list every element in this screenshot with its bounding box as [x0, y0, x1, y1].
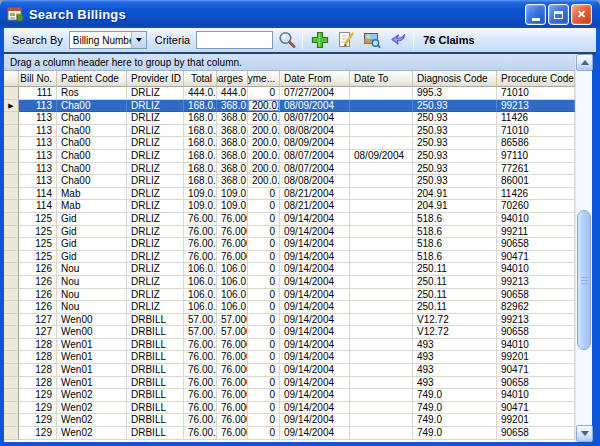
vertical-scrollbar[interactable]: [575, 54, 592, 442]
cell-payments[interactable]: 0: [248, 226, 280, 239]
cell-provider-id[interactable]: DRLIZ: [127, 200, 184, 213]
cell-provider-id[interactable]: DRBILL: [127, 427, 184, 440]
cell-procedure-code[interactable]: 94010: [497, 339, 575, 352]
cell-provider-id[interactable]: DRLIZ: [127, 213, 184, 226]
cell-patient-code[interactable]: Cha00: [57, 163, 127, 176]
cell-date-from[interactable]: 09/14/2004: [280, 377, 350, 390]
cell-charges[interactable]: 57.0000: [217, 314, 248, 327]
cell-date-from[interactable]: 09/14/2004: [280, 364, 350, 377]
cell-bill-no[interactable]: 125: [19, 213, 57, 226]
cell-date-from[interactable]: 07/27/2004: [280, 87, 350, 100]
row-selector[interactable]: [4, 326, 19, 339]
cell-patient-code[interactable]: Wen01: [57, 339, 127, 352]
table-row[interactable]: 128Wen01DRBILL76.00...76.0000009/14/2004…: [4, 364, 575, 377]
cell-diagnosis-code[interactable]: 204.91: [413, 200, 497, 213]
cell-procedure-code[interactable]: 90658: [497, 289, 575, 302]
cell-bill-no[interactable]: 129: [19, 402, 57, 415]
table-row[interactable]: 129Wen02DRBILL76.00...76.0000009/14/2004…: [4, 427, 575, 440]
cell-date-to[interactable]: [350, 125, 413, 138]
cell-date-to[interactable]: [350, 200, 413, 213]
cell-bill-no[interactable]: 128: [19, 364, 57, 377]
cell-total[interactable]: 57.00...: [184, 326, 217, 339]
cell-payments[interactable]: 200.0...: [248, 175, 280, 188]
table-row[interactable]: 125GidDRLIZ76.00...76.0000009/14/2004518…: [4, 251, 575, 264]
cell-bill-no[interactable]: 114: [19, 200, 57, 213]
cell-charges[interactable]: 76.0000: [217, 377, 248, 390]
cell-total[interactable]: 444.0...: [184, 87, 217, 100]
cell-date-to[interactable]: [350, 289, 413, 302]
cell-payments[interactable]: 200.0...: [248, 150, 280, 163]
row-selector[interactable]: [4, 427, 19, 440]
cell-charges[interactable]: 368.0...: [217, 163, 248, 176]
table-row[interactable]: 113Cha00DRLIZ168.0...368.0...200.0...08/…: [4, 175, 575, 188]
column-header-total[interactable]: Total: [184, 71, 217, 87]
cell-charges[interactable]: 76.0000: [217, 402, 248, 415]
cell-provider-id[interactable]: DRLIZ: [127, 238, 184, 251]
cell-charges[interactable]: 76.0000: [217, 427, 248, 440]
cell-procedure-code[interactable]: 90658: [497, 377, 575, 390]
cell-procedure-code[interactable]: 90471: [497, 251, 575, 264]
cell-total[interactable]: 106.0...: [184, 276, 217, 289]
cell-total[interactable]: 76.00...: [184, 414, 217, 427]
row-selector[interactable]: [4, 213, 19, 226]
cell-provider-id[interactable]: DRBILL: [127, 414, 184, 427]
cell-payments[interactable]: 0: [248, 314, 280, 327]
cell-total[interactable]: 76.00...: [184, 213, 217, 226]
cell-patient-code[interactable]: Wen02: [57, 402, 127, 415]
column-header-diagnosis-code[interactable]: Diagnosis Code: [413, 71, 497, 87]
cell-provider-id[interactable]: DRLIZ: [127, 226, 184, 239]
cell-date-from[interactable]: 08/07/2004: [280, 163, 350, 176]
cell-charges[interactable]: 76.0000: [217, 364, 248, 377]
table-row[interactable]: 126NouDRLIZ106.0...106.0...009/14/200425…: [4, 301, 575, 314]
cell-provider-id[interactable]: DRLIZ: [127, 175, 184, 188]
table-row[interactable]: 128Wen01DRBILL76.00...76.0000009/14/2004…: [4, 377, 575, 390]
table-row[interactable]: 125GidDRLIZ76.00...76.0000009/14/2004518…: [4, 226, 575, 239]
column-header-bill-no[interactable]: Bill No.: [19, 71, 57, 87]
cell-date-from[interactable]: 08/21/2004: [280, 200, 350, 213]
row-selector[interactable]: [4, 301, 19, 314]
cell-procedure-code[interactable]: 71010: [497, 87, 575, 100]
row-selector[interactable]: [4, 112, 19, 125]
cell-provider-id[interactable]: DRLIZ: [127, 289, 184, 302]
cell-provider-id[interactable]: DRLIZ: [127, 125, 184, 138]
cell-date-to[interactable]: [350, 137, 413, 150]
cell-bill-no[interactable]: 125: [19, 238, 57, 251]
cell-bill-no[interactable]: 125: [19, 251, 57, 264]
cell-charges[interactable]: 76.0000: [217, 226, 248, 239]
table-row[interactable]: 125GidDRLIZ76.00...76.0000009/14/2004518…: [4, 213, 575, 226]
cell-bill-no[interactable]: 111: [19, 87, 57, 100]
cell-date-from[interactable]: 08/09/2004: [280, 137, 350, 150]
scroll-down-button[interactable]: [576, 425, 593, 442]
cell-total[interactable]: 109.0...: [184, 200, 217, 213]
cell-payments[interactable]: 0: [248, 263, 280, 276]
cell-date-from[interactable]: 08/09/2004: [280, 100, 350, 113]
cell-date-to[interactable]: [350, 175, 413, 188]
cell-payments[interactable]: 200.0...: [248, 125, 280, 138]
cell-provider-id[interactable]: DRBILL: [127, 402, 184, 415]
cell-payments[interactable]: 0: [248, 213, 280, 226]
cell-bill-no[interactable]: 129: [19, 427, 57, 440]
cell-total[interactable]: 106.0...: [184, 289, 217, 302]
row-selector[interactable]: [4, 351, 19, 364]
cell-charges[interactable]: 76.0000: [217, 389, 248, 402]
cell-diagnosis-code[interactable]: 250.93: [413, 175, 497, 188]
cell-payments[interactable]: 200.0...: [248, 163, 280, 176]
cell-patient-code[interactable]: Cha00: [57, 137, 127, 150]
cell-bill-no[interactable]: 113: [19, 175, 57, 188]
cell-date-to[interactable]: [350, 414, 413, 427]
cell-date-from[interactable]: 09/14/2004: [280, 427, 350, 440]
row-selector[interactable]: [4, 175, 19, 188]
row-selector[interactable]: [4, 125, 19, 138]
cell-date-to[interactable]: [350, 112, 413, 125]
cell-diagnosis-code[interactable]: 995.3: [413, 87, 497, 100]
cell-procedure-code[interactable]: 99201: [497, 414, 575, 427]
row-selector[interactable]: [4, 389, 19, 402]
cell-diagnosis-code[interactable]: 250.11: [413, 276, 497, 289]
column-header-charges[interactable]: Charges: [217, 71, 248, 87]
cell-provider-id[interactable]: DRLIZ: [127, 150, 184, 163]
cell-bill-no[interactable]: 126: [19, 289, 57, 302]
cell-provider-id[interactable]: DRBILL: [127, 314, 184, 327]
table-row[interactable]: 129Wen02DRBILL76.00...76.0000009/14/2004…: [4, 414, 575, 427]
cell-total[interactable]: 57.00...: [184, 314, 217, 327]
cell-total[interactable]: 76.00...: [184, 339, 217, 352]
